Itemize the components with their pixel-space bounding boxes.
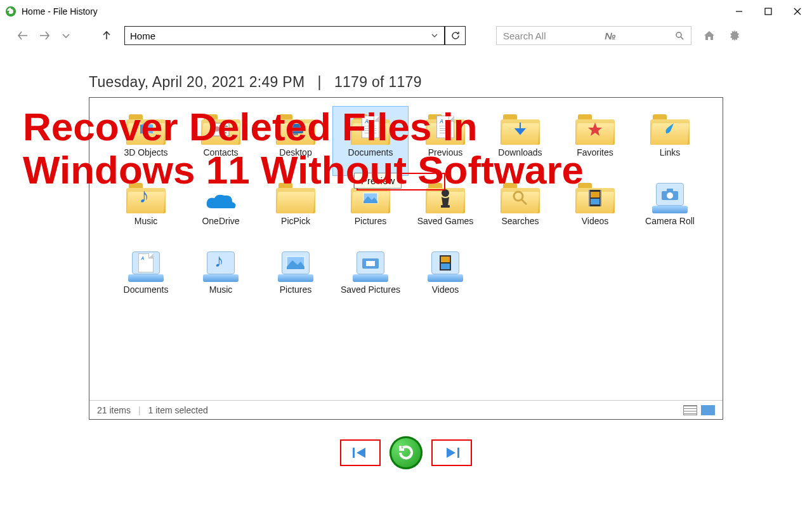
- address-text: Home: [130, 30, 155, 41]
- item-label: PicPick: [281, 216, 310, 226]
- search-input[interactable]: Search All №: [496, 26, 691, 45]
- library-music[interactable]: Music: [183, 244, 258, 312]
- svg-rect-25: [589, 190, 590, 206]
- svg-point-29: [667, 192, 673, 199]
- item-label: Camera Roll: [645, 216, 695, 226]
- folder-documents[interactable]: A Documents: [333, 107, 408, 175]
- item-label: Favorites: [577, 147, 613, 157]
- view-icons-button[interactable]: [701, 405, 715, 415]
- folder-searches[interactable]: Searches: [483, 175, 558, 244]
- item-label: Videos: [582, 216, 609, 226]
- app-icon: [5, 6, 16, 17]
- item-count: 21 items: [97, 405, 131, 415]
- item-label: Links: [660, 147, 681, 157]
- svg-line-6: [681, 37, 683, 39]
- chevron-down-icon[interactable]: [430, 31, 439, 42]
- svg-rect-9: [143, 123, 153, 133]
- search-icon: №: [605, 30, 615, 41]
- svg-rect-13: [221, 129, 228, 130]
- library-documents[interactable]: A Documents: [108, 244, 183, 312]
- folder-videos[interactable]: Videos: [558, 175, 632, 244]
- item-label: Previous: [428, 147, 462, 157]
- item-label: Desktop: [279, 147, 311, 157]
- folder-desktop[interactable]: Desktop: [258, 107, 333, 175]
- item-label: Contacts: [203, 147, 238, 157]
- close-button[interactable]: [783, 0, 812, 23]
- history-controls: [89, 436, 723, 469]
- view-details-button[interactable]: [683, 405, 697, 415]
- item-label: Saved Pictures: [341, 284, 400, 295]
- svg-rect-15: [288, 124, 303, 133]
- restore-button[interactable]: [390, 436, 422, 469]
- refresh-button[interactable]: [444, 26, 466, 45]
- svg-line-21: [521, 199, 527, 204]
- folder-3d-objects[interactable]: 3D Objects: [108, 107, 183, 175]
- minimize-button[interactable]: [724, 0, 754, 23]
- folder-links[interactable]: Links: [632, 107, 707, 175]
- svg-rect-26: [600, 190, 601, 206]
- folder-picpick[interactable]: PicPick: [258, 175, 333, 244]
- svg-rect-37: [457, 448, 459, 458]
- folder-documents-2[interactable]: A Previous: [408, 107, 483, 175]
- folder-favorites[interactable]: Favorites: [558, 107, 632, 175]
- search-placeholder: Search All: [503, 30, 546, 41]
- svg-rect-34: [441, 257, 450, 262]
- home-icon[interactable]: [702, 28, 717, 43]
- svg-rect-32: [366, 261, 375, 266]
- svg-rect-16: [293, 133, 298, 135]
- folder-contacts[interactable]: Contacts: [183, 107, 258, 175]
- item-label: Videos: [432, 284, 459, 295]
- svg-rect-19: [441, 205, 450, 208]
- item-label: OneDrive: [202, 216, 239, 226]
- svg-rect-12: [221, 126, 228, 127]
- library-pictures[interactable]: Pictures: [258, 244, 333, 312]
- item-label: Saved Games: [417, 216, 474, 226]
- maximize-button[interactable]: [754, 0, 783, 23]
- library-saved-pictures[interactable]: Saved Pictures: [333, 244, 408, 312]
- library-videos[interactable]: Videos: [408, 244, 483, 312]
- item-label: 3D Objects: [124, 147, 167, 157]
- item-label: Searches: [501, 216, 539, 226]
- snapshot-timestamp: Tuesday, April 20, 2021 2:49 PM: [89, 74, 304, 90]
- svg-point-5: [676, 32, 681, 37]
- item-label: Downloads: [498, 147, 542, 157]
- svg-rect-28: [667, 189, 673, 192]
- file-pane: 3D Objects Contacts Desktop A Documents …: [89, 97, 723, 420]
- status-bar: 21 items | 1 item selected: [89, 400, 723, 419]
- folder-music[interactable]: Music: [108, 175, 183, 244]
- title-bar: Home - File History: [0, 0, 812, 23]
- folder-downloads[interactable]: Downloads: [483, 107, 558, 175]
- back-button[interactable]: [14, 27, 32, 44]
- next-version-button[interactable]: [431, 439, 472, 466]
- preview-tooltip: Preview: [354, 173, 402, 189]
- svg-point-11: [214, 126, 219, 131]
- item-label: Music: [134, 216, 158, 226]
- library-camera-roll[interactable]: Camera Roll: [632, 175, 707, 244]
- navigation-bar: Home Search All №: [0, 23, 812, 48]
- snapshot-position: 1179 of 1179: [334, 74, 422, 90]
- window-title: Home - File History: [22, 6, 98, 17]
- gear-icon[interactable]: [727, 28, 742, 43]
- svg-rect-36: [353, 448, 355, 458]
- item-label: Pictures: [280, 284, 312, 295]
- address-bar[interactable]: Home: [124, 26, 445, 45]
- item-label: Pictures: [355, 216, 387, 226]
- recent-button[interactable]: [57, 27, 75, 44]
- folder-onedrive[interactable]: OneDrive: [183, 175, 258, 244]
- selection-count: 1 item selected: [148, 405, 208, 415]
- svg-rect-2: [765, 8, 771, 15]
- up-button[interactable]: [98, 27, 115, 44]
- item-label: Music: [209, 284, 233, 295]
- svg-rect-24: [591, 199, 599, 204]
- item-label: Documents: [348, 147, 393, 157]
- item-label: Documents: [124, 284, 169, 295]
- svg-rect-14: [221, 132, 226, 133]
- previous-version-button[interactable]: [340, 439, 381, 466]
- svg-rect-35: [441, 264, 450, 269]
- search-icon: [674, 30, 684, 41]
- snapshot-info: Tuesday, April 20, 2021 2:49 PM | 1179 o…: [89, 74, 812, 91]
- svg-rect-23: [591, 192, 599, 197]
- forward-button[interactable]: [36, 27, 53, 44]
- svg-point-20: [514, 192, 523, 201]
